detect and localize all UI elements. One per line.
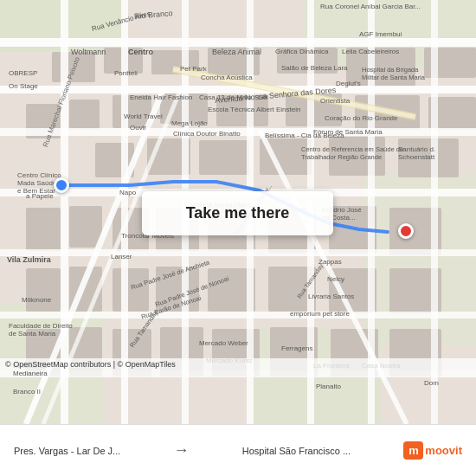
destination-marker <box>398 223 417 242</box>
attribution-text: © OpenStreetMap contributors | © OpenMap… <box>5 360 176 369</box>
svg-rect-35 <box>26 268 61 312</box>
svg-rect-23 <box>199 140 249 175</box>
bottom-bar: Pres. Vargas - Lar De J... → Hospital Sã… <box>0 424 476 476</box>
map-container: Rio Branco Rua Venâncio Aires Rua Corone… <box>0 0 476 424</box>
moovit-m-icon: m <box>403 441 423 460</box>
route-from: Pres. Vargas - Lar De J... <box>14 446 120 456</box>
svg-rect-6 <box>52 52 95 82</box>
moovit-text: moovit <box>425 444 462 457</box>
svg-rect-51 <box>0 38 476 47</box>
svg-rect-28 <box>69 206 102 248</box>
svg-rect-25 <box>329 137 385 176</box>
svg-rect-26 <box>398 138 459 177</box>
svg-rect-53 <box>0 128 476 136</box>
svg-rect-52 <box>0 86 476 93</box>
svg-rect-11 <box>346 48 415 87</box>
svg-rect-4 <box>363 173 476 346</box>
osm-attribution: © OpenStreetMap contributors | © OpenMap… <box>0 358 476 370</box>
svg-rect-15 <box>113 95 151 128</box>
take-me-there-button[interactable]: Take me there <box>142 191 333 235</box>
origin-marker <box>54 177 69 193</box>
route-arrow-icon: → <box>174 441 190 460</box>
svg-rect-27 <box>26 208 61 251</box>
svg-rect-37 <box>113 268 149 312</box>
svg-rect-17 <box>216 95 268 126</box>
moovit-logo[interactable]: m moovit <box>403 441 462 460</box>
svg-rect-38 <box>156 267 199 312</box>
svg-rect-57 <box>0 370 476 377</box>
svg-rect-14 <box>69 100 100 130</box>
svg-rect-55 <box>0 249 476 256</box>
route-to: Hospital São Francisco ... <box>242 446 351 456</box>
